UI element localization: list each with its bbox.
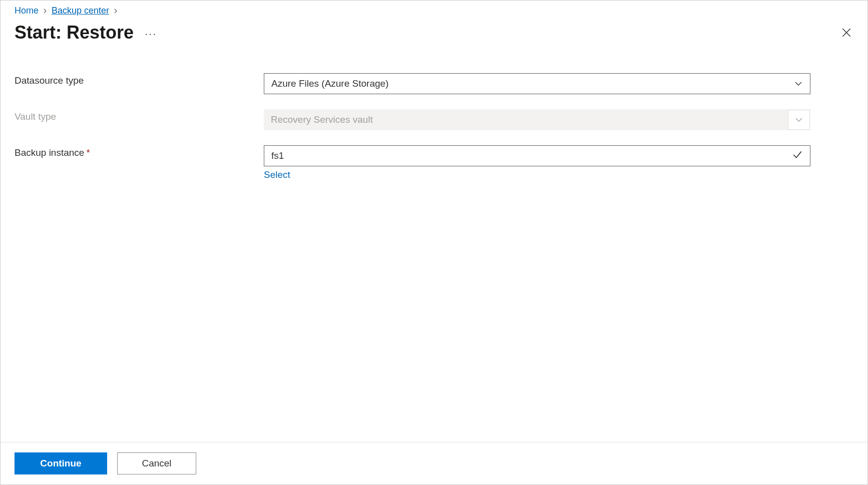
footer: Continue Cancel: [1, 442, 867, 484]
more-actions-button[interactable]: ···: [143, 27, 159, 42]
chevron-down-icon: [794, 79, 803, 88]
instance-row: Backup instance* fs1 Select: [15, 145, 853, 180]
instance-select[interactable]: fs1: [264, 145, 810, 166]
page-header: Start: Restore ···: [15, 22, 853, 43]
restore-form: Datasource type Azure Files (Azure Stora…: [15, 73, 853, 180]
datasource-select[interactable]: Azure Files (Azure Storage): [264, 73, 810, 94]
instance-value: fs1: [271, 150, 284, 161]
cancel-button[interactable]: Cancel: [117, 452, 196, 474]
breadcrumb-backup-center-link[interactable]: Backup center: [52, 6, 109, 16]
instance-label: Backup instance*: [15, 145, 264, 158]
continue-button[interactable]: Continue: [15, 452, 107, 474]
chevron-right-icon: [43, 7, 48, 15]
breadcrumb: Home Backup center: [15, 6, 853, 16]
vault-select: Recovery Services vault: [264, 109, 810, 130]
required-indicator: *: [86, 147, 90, 158]
datasource-label: Datasource type: [15, 73, 264, 86]
checkmark-icon: [792, 149, 803, 163]
close-button[interactable]: [839, 26, 853, 40]
vault-label: Vault type: [15, 109, 264, 122]
chevron-right-icon: [113, 7, 118, 15]
chevron-down-icon: [788, 110, 810, 130]
vault-row: Vault type Recovery Services vault: [15, 109, 853, 130]
instance-select-link[interactable]: Select: [264, 169, 810, 180]
datasource-row: Datasource type Azure Files (Azure Stora…: [15, 73, 853, 94]
vault-value: Recovery Services vault: [271, 114, 373, 125]
page-title: Start: Restore: [15, 22, 134, 43]
datasource-value: Azure Files (Azure Storage): [271, 78, 388, 89]
breadcrumb-home-link[interactable]: Home: [15, 6, 39, 16]
